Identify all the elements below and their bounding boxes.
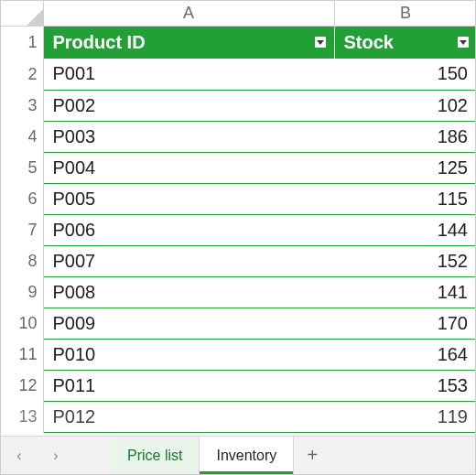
table-header-product-id[interactable]: Product ID [43,26,334,59]
row-header[interactable]: 11 [1,339,43,370]
cell-product-id[interactable]: P006 [43,214,334,245]
cell-stock[interactable]: 150 [334,59,475,90]
add-sheet-button[interactable]: + [294,437,330,474]
column-header-A[interactable]: A [43,1,334,26]
tab-scroll-prev[interactable]: ‹ [1,437,38,474]
row-header[interactable]: 5 [1,152,43,183]
sheet-tab-inventory[interactable]: Inventory [199,436,294,474]
cell-product-id[interactable]: P003 [43,121,334,152]
sheet-tab-strip: ‹ › Price list Inventory + [1,436,475,474]
select-all-corner[interactable] [1,1,43,26]
cell-stock[interactable]: 141 [334,276,475,308]
cell-stock[interactable]: 144 [334,214,475,245]
cell-stock[interactable]: 119 [334,401,475,432]
cell-product-id[interactable]: P010 [43,339,334,370]
row-header[interactable]: 1 [1,26,43,59]
cell-product-id[interactable]: P011 [43,370,334,401]
table-header-stock[interactable]: Stock [334,26,475,59]
cell-product-id[interactable]: P004 [43,152,334,183]
chevron-right-icon: › [53,448,58,464]
row-header[interactable]: 10 [1,308,43,339]
sheet-tab-price-list[interactable]: Price list [111,437,199,474]
chevron-left-icon: ‹ [16,448,21,464]
column-header-B[interactable]: B [334,1,475,26]
row-header[interactable]: 4 [1,121,43,152]
cell-product-id[interactable]: P005 [43,183,334,214]
tab-scroll-next[interactable]: › [38,437,74,474]
cell-product-id[interactable]: P009 [43,308,334,339]
cell-stock[interactable]: 170 [334,308,475,339]
row-header[interactable]: 3 [1,90,43,121]
cell-stock[interactable]: 152 [334,245,475,276]
row-header[interactable]: 6 [1,183,43,214]
filter-dropdown-icon[interactable] [312,34,329,50]
cell-stock[interactable]: 125 [334,152,475,183]
cell-product-id[interactable]: P012 [43,401,334,432]
row-header[interactable]: 9 [1,276,43,308]
cell-stock[interactable]: 115 [334,183,475,214]
cell-product-id[interactable]: P008 [43,276,334,308]
filter-dropdown-icon[interactable] [455,34,471,50]
cell-stock[interactable]: 102 [334,90,475,121]
row-header[interactable]: 7 [1,214,43,245]
table-header-label: Stock [344,32,394,52]
cell-stock[interactable]: 153 [334,370,475,401]
cell-stock[interactable]: 164 [334,339,475,370]
cell-product-id[interactable]: P007 [43,245,334,276]
table-header-label: Product ID [53,32,146,52]
cell-product-id[interactable]: P001 [43,59,334,90]
cell-product-id[interactable]: P002 [43,90,334,121]
svg-marker-0 [27,9,43,26]
cell-stock[interactable]: 186 [334,121,475,152]
row-header[interactable]: 8 [1,245,43,276]
plus-icon: + [307,445,318,466]
spreadsheet-grid: A B 1 Product ID Stock 2P001150 3P002102… [1,1,475,433]
row-header[interactable]: 13 [1,401,43,432]
row-header[interactable]: 12 [1,370,43,401]
row-header[interactable]: 2 [1,59,43,90]
